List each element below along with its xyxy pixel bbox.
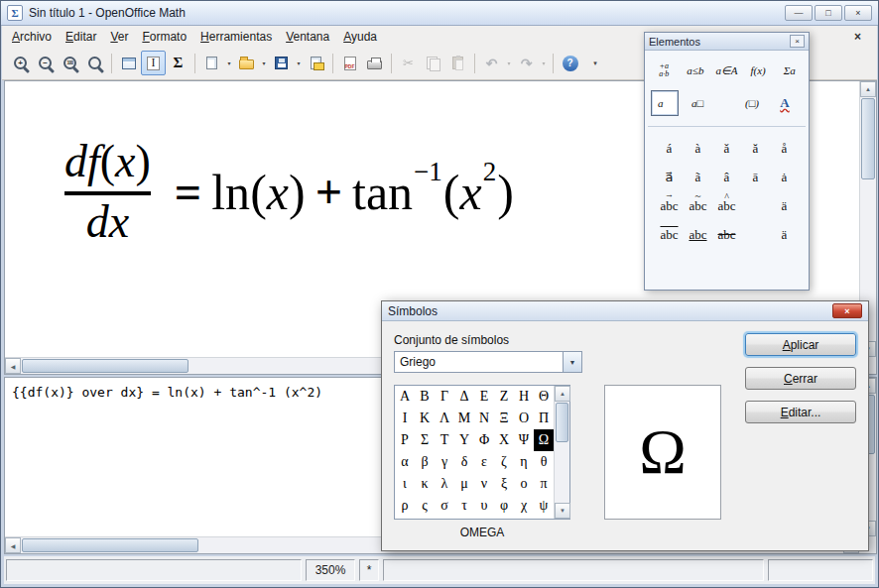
attribute-cell[interactable]: a⃗ (655, 170, 684, 185)
attributes-button[interactable]: a⃗ (651, 90, 679, 116)
symbol-cell[interactable]: α (395, 451, 415, 473)
command-text[interactable]: {{df(x)} over dx} = ln(x) + tan^-1 (x^2) (12, 385, 322, 400)
symbol-cell[interactable]: Ξ (494, 408, 514, 429)
export-pdf-button[interactable]: PDF (337, 51, 362, 75)
symbol-cell[interactable]: Ε (474, 386, 494, 408)
scroll-thumb[interactable] (556, 403, 568, 442)
symbol-set-combobox[interactable]: Griego (394, 351, 582, 373)
symbol-cell[interactable]: Κ (415, 408, 435, 429)
symbol-cell[interactable]: Ν (474, 408, 494, 429)
symbol-cell[interactable]: ξ (494, 473, 514, 495)
document-close-icon[interactable]: × (850, 30, 865, 44)
zoom-100-button[interactable]: 100 (58, 51, 82, 75)
edit-button[interactable]: Editar... (745, 401, 856, 423)
set-operations-button[interactable]: a∈A (713, 58, 740, 83)
relations-button[interactable]: a≤b (683, 58, 709, 83)
save-button[interactable] (269, 51, 294, 75)
symbol-cell[interactable]: Λ (435, 408, 454, 429)
scroll-track[interactable] (555, 402, 569, 503)
attribute-cell[interactable]: á (655, 141, 684, 157)
menu-ventana[interactable]: Ventana (279, 27, 336, 47)
menu-ayuda[interactable]: Ayuda (336, 27, 384, 47)
attribute-cell[interactable]: ã (684, 170, 712, 185)
update-button[interactable] (116, 51, 141, 75)
scroll-up-button[interactable] (555, 386, 570, 402)
symbol-cell[interactable]: Μ (454, 408, 474, 429)
scroll-thumb[interactable] (22, 359, 188, 373)
simbolos-titlebar[interactable]: Símbolos × (382, 301, 868, 321)
minimize-button[interactable]: — (785, 5, 813, 21)
cut-button[interactable]: ✂ (396, 51, 421, 75)
open-dropdown[interactable]: ▾ (259, 51, 269, 75)
attribute-cell[interactable]: ä (770, 227, 799, 243)
elementos-close-button[interactable]: × (790, 35, 805, 48)
elementos-titlebar[interactable]: Elementos × (645, 33, 809, 51)
symbol-cell[interactable]: υ (474, 495, 494, 517)
scroll-left-button[interactable] (5, 537, 21, 553)
redo-dropdown[interactable]: ▾ (539, 51, 549, 75)
brackets-button[interactable]: (□) (738, 90, 766, 116)
symbol-cell[interactable]: ζ (494, 451, 514, 473)
symbol-cell[interactable]: ο (514, 473, 534, 495)
symbol-set-value[interactable]: Griego (395, 355, 563, 369)
menu-ver[interactable]: Ver (103, 27, 135, 47)
symbol-cell[interactable]: τ (454, 495, 474, 517)
symbol-cell[interactable]: ν (474, 473, 494, 495)
scroll-down-button[interactable] (555, 503, 570, 519)
symbol-cell[interactable]: Ω (534, 429, 554, 451)
symbol-cell[interactable]: κ (415, 473, 435, 495)
symbol-grid-scrollbar[interactable] (554, 386, 569, 519)
toolbar-overflow-button[interactable]: ▾ (588, 53, 602, 74)
attribute-cell[interactable]: abc (684, 227, 712, 243)
symbol-cell[interactable]: Ψ (514, 429, 534, 451)
undo-button[interactable]: ↶ (479, 51, 504, 75)
zoom-button[interactable] (82, 51, 107, 75)
symbol-cell[interactable]: η (514, 451, 534, 473)
close-dialog-button[interactable]: Cerrar (745, 367, 856, 390)
symbol-cell[interactable]: Δ (454, 386, 474, 408)
symbol-cell[interactable]: ι (395, 473, 415, 495)
attribute-cell[interactable]: å (770, 141, 799, 157)
symbol-cell[interactable]: Σ (415, 429, 435, 451)
help-button[interactable]: ? (558, 51, 582, 75)
scroll-thumb[interactable] (861, 98, 875, 179)
symbol-cell[interactable]: Ρ (395, 429, 415, 451)
symbol-cell[interactable]: Υ (454, 429, 474, 451)
attribute-cell[interactable]: abc (684, 198, 712, 214)
redo-button[interactable]: ↷ (514, 51, 539, 75)
email-document-button[interactable] (304, 51, 328, 75)
copy-button[interactable] (421, 51, 445, 75)
attribute-cell[interactable]: ä (770, 198, 799, 214)
symbol-cell[interactable]: Τ (435, 429, 454, 451)
attribute-cell[interactable]: â (712, 170, 741, 185)
attribute-cell[interactable]: abc (655, 198, 684, 214)
formats-button[interactable]: a□ (684, 90, 711, 116)
maximize-button[interactable]: □ (815, 5, 842, 21)
attribute-cell[interactable]: ă (741, 141, 770, 157)
symbol-cell[interactable]: δ (454, 451, 474, 473)
print-button[interactable] (362, 51, 387, 75)
symbol-cell[interactable]: Β (415, 386, 435, 408)
attribute-cell[interactable]: ā (741, 170, 770, 185)
symbol-cell[interactable]: ρ (395, 495, 415, 517)
apply-button[interactable]: Aplicar (745, 333, 856, 356)
symbol-cell[interactable]: σ (435, 495, 454, 517)
catalog-button[interactable]: Σ (166, 51, 190, 75)
formula-cursor-button[interactable] (141, 51, 166, 75)
simbolos-close-button[interactable]: × (832, 303, 862, 318)
symbol-cell[interactable]: Π (534, 408, 554, 429)
symbol-cell[interactable]: Α (395, 386, 415, 408)
scroll-left-button[interactable] (5, 358, 21, 374)
close-button[interactable]: × (844, 5, 872, 21)
combobox-dropdown-button[interactable] (563, 352, 581, 372)
symbol-cell[interactable]: Θ (534, 386, 554, 408)
attribute-cell[interactable]: abc (712, 198, 741, 214)
attribute-cell[interactable]: abc (655, 227, 684, 243)
zoom-out-button[interactable]: − (33, 51, 58, 75)
scroll-up-button[interactable] (860, 81, 876, 97)
functions-button[interactable]: f(x) (745, 58, 772, 83)
symbol-cell[interactable]: Η (514, 386, 534, 408)
symbol-cell[interactable]: λ (435, 473, 454, 495)
titlebar[interactable]: Σ Sin título 1 - OpenOffice Math — □ × (1, 1, 878, 26)
menu-archivo[interactable]: Archivo (5, 27, 59, 47)
